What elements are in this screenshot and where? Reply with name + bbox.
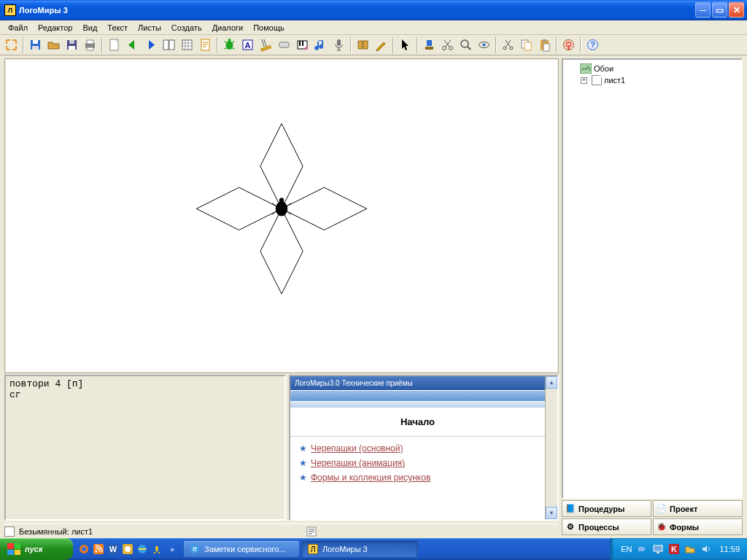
taskbar-task-1[interactable]: ЛЛогоМиры 3 bbox=[301, 540, 418, 558]
menu-помощь[interactable]: Помощь bbox=[248, 22, 290, 34]
svg-rect-19 bbox=[279, 42, 289, 47]
svg-rect-1 bbox=[33, 40, 38, 44]
tb-paste-icon[interactable] bbox=[536, 36, 553, 53]
windows-flag-icon bbox=[7, 543, 20, 555]
help-link-2[interactable]: Формы и коллекция рисунков bbox=[290, 470, 545, 485]
tb-mic-icon[interactable] bbox=[330, 36, 347, 53]
tb-eye-icon[interactable] bbox=[476, 36, 492, 53]
tab-процедуры[interactable]: 📘Процедуры bbox=[562, 500, 651, 517]
ql-ie-icon[interactable] bbox=[136, 542, 149, 556]
tb-dual-icon[interactable] bbox=[160, 36, 177, 53]
tab-формы[interactable]: 🐞Формы bbox=[653, 518, 743, 535]
tb-help-icon[interactable]: ? bbox=[584, 36, 601, 53]
svg-point-31 bbox=[483, 44, 486, 47]
command-text[interactable]: повтори 4 [п] сг bbox=[7, 378, 283, 401]
help-link-0[interactable]: Черепашки (основной) bbox=[290, 441, 545, 456]
scroll-track[interactable] bbox=[546, 389, 557, 507]
toolbar-separator bbox=[217, 37, 218, 53]
tb-open-icon[interactable] bbox=[45, 36, 62, 53]
maximize-button[interactable]: ▭ bbox=[712, 2, 727, 18]
menu-диалоги[interactable]: Диалоги bbox=[207, 22, 249, 34]
tb-copy-icon[interactable] bbox=[518, 36, 535, 53]
tb-arrow-left-icon[interactable] bbox=[124, 36, 141, 53]
tab-icon: ⚙ bbox=[565, 522, 576, 532]
tb-grid-icon[interactable] bbox=[179, 36, 196, 53]
tree-child[interactable]: + лист1 bbox=[566, 74, 738, 86]
taskbar-task-0[interactable]: eЗаметки сервисного... bbox=[183, 540, 300, 558]
expand-icon[interactable]: + bbox=[581, 77, 587, 84]
menu-bar: ФайлРедакторВидТекстЛистыСоздатьДиалогиП… bbox=[0, 20, 747, 35]
tab-icon: 🐞 bbox=[657, 522, 667, 532]
tb-disk-blue-icon[interactable] bbox=[27, 36, 44, 53]
tab-label: Процессы bbox=[578, 523, 619, 532]
svg-text:?: ? bbox=[590, 40, 595, 49]
drawing-canvas[interactable] bbox=[6, 60, 557, 372]
menu-вид[interactable]: Вид bbox=[77, 22, 102, 34]
menu-листы[interactable]: Листы bbox=[133, 22, 166, 34]
clock[interactable]: 11:59 bbox=[719, 545, 740, 553]
tb-save-icon[interactable] bbox=[63, 36, 80, 53]
project-tree[interactable]: Обои + лист1 bbox=[562, 58, 743, 499]
svg-point-43 bbox=[276, 202, 287, 216]
svg-rect-66 bbox=[657, 552, 659, 553]
menu-редактор[interactable]: Редактор bbox=[33, 22, 77, 34]
tb-note-icon[interactable] bbox=[312, 36, 329, 53]
tb-arrow-right-icon[interactable] bbox=[142, 36, 159, 53]
ql-chevrons-icon[interactable]: » bbox=[165, 542, 178, 556]
ql-outlook-icon[interactable] bbox=[121, 542, 134, 556]
tb-pointer-icon[interactable] bbox=[397, 36, 414, 53]
tab-процессы[interactable]: ⚙Процессы bbox=[562, 518, 651, 535]
ql-aim-icon[interactable] bbox=[150, 542, 163, 556]
toolbar-separator bbox=[580, 37, 581, 53]
ql-word-icon[interactable]: W bbox=[107, 542, 120, 556]
tb-new-page-icon[interactable] bbox=[106, 36, 123, 53]
taskbar: пуск W » eЗаметки сервисного...ЛЛогоМиры… bbox=[0, 538, 747, 560]
svg-point-29 bbox=[461, 40, 468, 47]
tb-book-icon[interactable] bbox=[355, 36, 371, 53]
toolbar-separator bbox=[556, 37, 557, 53]
tray-k-icon[interactable]: K bbox=[668, 543, 680, 555]
toolbar: A? bbox=[0, 35, 747, 55]
page-icon bbox=[592, 75, 602, 85]
svg-rect-11 bbox=[169, 40, 174, 50]
tab-проект[interactable]: 📄Проект bbox=[653, 500, 743, 517]
svg-point-54 bbox=[96, 551, 98, 553]
tray-monitor-icon[interactable] bbox=[652, 543, 664, 555]
scroll-up-button[interactable]: ▲ bbox=[546, 376, 557, 389]
ql-rss-icon[interactable] bbox=[92, 542, 105, 556]
help-stripe bbox=[290, 391, 545, 401]
tb-stop-icon[interactable] bbox=[560, 36, 577, 53]
tray-speech-icon[interactable] bbox=[636, 543, 648, 555]
menu-файл[interactable]: Файл bbox=[3, 22, 33, 34]
help-link-1[interactable]: Черепашки (анимация) bbox=[290, 456, 545, 470]
tb-cut-icon[interactable] bbox=[500, 36, 516, 53]
tb-ruler-icon[interactable] bbox=[258, 36, 274, 53]
tb-lens-icon[interactable] bbox=[457, 36, 474, 53]
language-indicator[interactable]: EN bbox=[621, 545, 632, 553]
tb-stamp-icon[interactable] bbox=[421, 36, 438, 53]
tb-pencil-icon[interactable] bbox=[373, 36, 390, 53]
scroll-down-button[interactable]: ▼ bbox=[546, 507, 557, 519]
close-button[interactable]: ✕ bbox=[729, 2, 744, 18]
tb-scissors-icon[interactable] bbox=[439, 36, 456, 53]
ql-firefox-icon[interactable] bbox=[77, 542, 90, 556]
tb-music-icon[interactable] bbox=[294, 36, 311, 53]
menu-текст[interactable]: Текст bbox=[102, 22, 133, 34]
tb-button-icon[interactable] bbox=[276, 36, 293, 53]
minimize-button[interactable]: ─ bbox=[695, 2, 711, 18]
tray-volume-icon[interactable] bbox=[700, 543, 712, 555]
tray-folder-icon[interactable] bbox=[684, 543, 696, 555]
svg-rect-37 bbox=[543, 39, 546, 42]
command-panel[interactable]: повтори 4 [п] сг bbox=[4, 375, 286, 521]
tb-print-icon[interactable] bbox=[82, 36, 98, 53]
start-button[interactable]: пуск bbox=[0, 538, 73, 560]
canvas-frame bbox=[4, 58, 559, 373]
tb-text-tool-icon[interactable]: A bbox=[239, 36, 256, 53]
svg-rect-8 bbox=[87, 47, 93, 50]
help-scrollbar[interactable]: ▲ ▼ bbox=[545, 376, 557, 519]
menu-создать[interactable]: Создать bbox=[166, 22, 207, 34]
tb-sheet-icon[interactable] bbox=[197, 36, 214, 53]
tree-root[interactable]: Обои bbox=[566, 63, 738, 74]
tb-turtle-icon[interactable] bbox=[221, 36, 238, 53]
tb-expand-icon[interactable] bbox=[3, 36, 20, 53]
